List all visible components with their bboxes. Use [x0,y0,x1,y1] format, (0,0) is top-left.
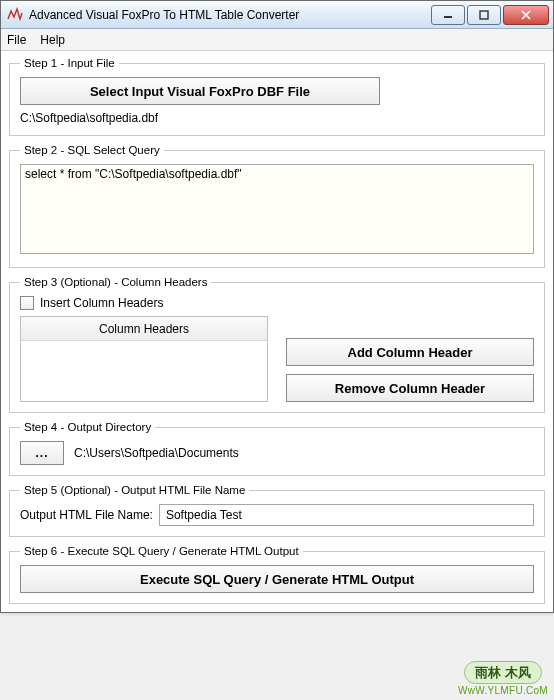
remove-column-header-button[interactable]: Remove Column Header [286,374,534,402]
output-filename-input[interactable] [159,504,534,526]
step5-group: Step 5 (Optional) - Output HTML File Nam… [9,484,545,537]
maximize-icon [479,10,489,20]
select-input-file-button[interactable]: Select Input Visual FoxPro DBF File [20,77,380,105]
step6-legend: Step 6 - Execute SQL Query / Generate HT… [20,545,303,557]
column-headers-list[interactable]: Column Headers [20,316,268,402]
step3-group: Step 3 (Optional) - Column Headers Inser… [9,276,545,413]
insert-headers-checkbox[interactable] [20,296,34,310]
titlebar[interactable]: Advanced Visual FoxPro To HTML Table Con… [1,1,553,29]
browse-output-dir-button[interactable]: ... [20,441,64,465]
watermark-url: WwW.YLMFU.CoM [458,685,548,696]
execute-button[interactable]: Execute SQL Query / Generate HTML Output [20,565,534,593]
window-controls [431,5,549,25]
step2-group: Step 2 - SQL Select Query [9,144,545,268]
insert-headers-label: Insert Column Headers [40,296,163,310]
maximize-button[interactable] [467,5,501,25]
close-button[interactable] [503,5,549,25]
step3-legend: Step 3 (Optional) - Column Headers [20,276,211,288]
step2-legend: Step 2 - SQL Select Query [20,144,164,156]
step4-legend: Step 4 - Output Directory [20,421,155,433]
minimize-button[interactable] [431,5,465,25]
watermark: 雨林 木风 WwW.YLMFU.CoM [458,661,548,696]
app-icon [7,7,23,23]
app-window: Advanced Visual FoxPro To HTML Table Con… [0,0,554,613]
step5-legend: Step 5 (Optional) - Output HTML File Nam… [20,484,249,496]
step4-group: Step 4 - Output Directory ... C:\Users\S… [9,421,545,476]
watermark-badge: 雨林 木风 [464,661,542,684]
input-file-path: C:\Softpedia\softpedia.dbf [20,111,534,125]
output-dir-path: C:\Users\Softpedia\Documents [74,446,239,460]
minimize-icon [443,10,453,20]
step1-legend: Step 1 - Input File [20,57,119,69]
output-filename-label: Output HTML File Name: [20,508,153,522]
client-area: Step 1 - Input File Select Input Visual … [1,51,553,612]
close-icon [521,10,531,20]
menu-help[interactable]: Help [40,33,65,47]
column-headers-title: Column Headers [21,317,267,341]
step1-group: Step 1 - Input File Select Input Visual … [9,57,545,136]
window-title: Advanced Visual FoxPro To HTML Table Con… [29,8,431,22]
step6-group: Step 6 - Execute SQL Query / Generate HT… [9,545,545,604]
column-headers-body[interactable] [21,341,267,389]
svg-rect-1 [480,11,488,19]
sql-query-textarea[interactable] [20,164,534,254]
menu-file[interactable]: File [7,33,26,47]
menubar: File Help [1,29,553,51]
add-column-header-button[interactable]: Add Column Header [286,338,534,366]
